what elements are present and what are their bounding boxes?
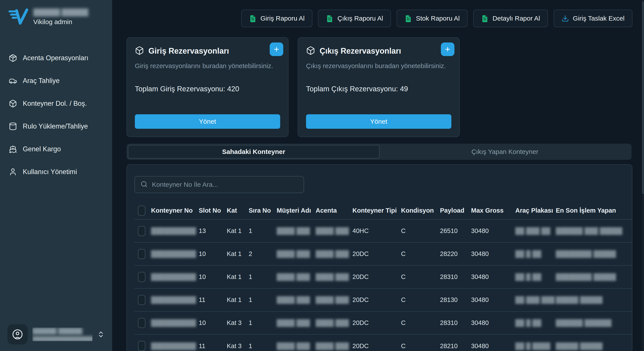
column-header: Max Gross (468, 202, 513, 220)
search-icon (140, 181, 148, 188)
company-name-redacted: ██████ ██████ (33, 8, 88, 16)
column-header: Konteyner Tipi (350, 202, 398, 220)
user-name-redacted: ██████ ██████ (32, 328, 92, 334)
cell-acenta: ████ ███ (316, 319, 349, 326)
cell-acenta: ████ ███ (316, 227, 349, 234)
column-header: Araç Plakası (513, 202, 553, 220)
cell-konteyner-tipi: 20DC (350, 242, 398, 266)
cell-kat: Kat 3 (224, 334, 246, 351)
column-header: Sıra No (246, 202, 274, 220)
cell-sira-no: 1 (246, 266, 274, 288)
row-checkbox[interactable] (138, 272, 145, 282)
cell-kondisyon: C (398, 220, 437, 242)
cikis-yonet-button[interactable]: Yönet (306, 114, 451, 129)
table-row: ██████████ 11 Kat 3 1 ████ ███ ████ ███ … (134, 334, 632, 351)
cell-max-gross: 30480 (468, 242, 513, 266)
sidebar-item-ara-tahliye[interactable]: Araç Tahliye (0, 75, 112, 86)
detayl-rapor-al-button[interactable]: Detaylı Rapor Al (473, 10, 548, 27)
tab-sahadaki-konteyner[interactable]: Sahadaki Konteyner (128, 145, 380, 158)
vikilog-logo-icon (8, 8, 28, 27)
cell-kondisyon: C (398, 288, 437, 311)
column-header: Müşteri Adı (274, 202, 313, 220)
table-row: ██████████ 10 Kat 1 2 ████ ███ ████ ███ … (134, 242, 632, 266)
column-header: Slot No (196, 202, 224, 220)
table-row: ██████████ 11 Kat 1 1 ████ ███ ████ ███ … (134, 288, 632, 311)
row-checkbox[interactable] (138, 226, 145, 236)
cell-slot-no: 13 (196, 220, 224, 242)
cell-payload: 28210 (437, 334, 468, 351)
tab-cikis-yapan-konteyner[interactable]: Çıkış Yapan Konteyner (380, 145, 630, 158)
file-report-icon (404, 15, 412, 22)
car-icon (9, 77, 17, 85)
scrollbar-thumb[interactable] (642, 1, 644, 194)
giri-raporu-al-button[interactable]: Giriş Raporu Al (241, 10, 312, 27)
stok-raporu-al-button[interactable]: Stok Raporu Al (397, 10, 468, 27)
cell-musteri-adi: ████ ███ (277, 273, 310, 280)
cell-konteyner-tipi: 20DC (350, 288, 398, 311)
cell-musteri-adi: ████ ███ (277, 227, 310, 234)
cell-sira-no: 1 (246, 288, 274, 311)
sidebar-item-genel-kargo[interactable]: Genel Kargo (0, 144, 112, 154)
cell-kat: Kat 3 (224, 311, 246, 334)
giris-yonet-button[interactable]: Yönet (135, 114, 280, 129)
cell-en-son-islem-yapan: ████████ █████ (556, 250, 616, 258)
cell-slot-no: 10 (196, 311, 224, 334)
ship-icon (9, 145, 17, 153)
row-checkbox[interactable] (138, 318, 145, 328)
table-row: ██████████ 10 Kat 1 1 ████ ███ ████ ███ … (134, 266, 632, 288)
search-input[interactable] (152, 181, 298, 188)
cell-sira-no: 2 (246, 242, 274, 266)
user-avatar-icon (8, 324, 28, 344)
add-giris-rezervasyon-button[interactable] (270, 42, 283, 56)
sidebar-item-konteyner-dol-bo-[interactable]: Konteyner Dol. / Boş. (0, 98, 112, 109)
report-toolbar: Giriş Raporu Al Çıkış Raporu Al Stok Rap… (126, 10, 632, 27)
cell-payload: 26510 (437, 220, 468, 242)
brand: ██████ ██████ Vikilog admin (0, 8, 112, 27)
box-icon (9, 100, 17, 108)
page-scrollbar[interactable] (642, 0, 644, 351)
file-report-icon (481, 15, 488, 22)
cell-acenta: ████ ███ (316, 296, 349, 304)
row-checkbox[interactable] (138, 295, 145, 305)
giri-taslak-excel-button[interactable]: Giriş Taslak Excel (554, 10, 632, 27)
cell-arac-plakasi: ██ █ ██ (515, 250, 541, 258)
column-header: Konteyner No (148, 202, 196, 220)
row-checkbox[interactable] (138, 341, 145, 351)
table-header-row: Konteyner NoSlot NoKatSıra NoMüşteri Adı… (134, 202, 632, 220)
column-header: Payload (437, 202, 468, 220)
search-box (134, 176, 304, 193)
table-row: ██████████ 13 Kat 1 1 ████ ███ ████ ███ … (134, 220, 632, 242)
cell-sira-no: 1 (246, 334, 274, 351)
sidebar: ██████ ██████ Vikilog admin Acenta Opera… (0, 0, 112, 351)
cell-slot-no: 10 (196, 242, 224, 266)
giris-rezervasyon-card: Giriş Rezervasyonları Giriş rezervasyonl… (126, 37, 288, 137)
sidebar-item-rulo-y-kleme-tahliye[interactable]: Rulo Yükleme/Tahliye (0, 121, 112, 132)
cell-kat: Kat 1 (224, 266, 246, 288)
package-icon (306, 46, 315, 56)
card-description: Giriş rezervasyonlarını buradan yönetebi… (135, 61, 275, 71)
brand-subtitle: Vikilog admin (33, 18, 88, 26)
container-tabs: Sahadaki Konteyner Çıkış Yapan Konteyner (126, 144, 632, 160)
cell-payload: 28310 (437, 266, 468, 288)
cell-slot-no: 10 (196, 266, 224, 288)
sidebar-item-kullan-c-y-netimi[interactable]: Kullanıcı Yönetimi (0, 166, 112, 177)
row-checkbox[interactable] (138, 249, 145, 259)
-k-raporu-al-button[interactable]: Çıkış Raporu Al (318, 10, 391, 27)
sidebar-item-acenta-operasyonlar-[interactable]: Acenta Operasyonları (0, 52, 112, 64)
cell-kondisyon: C (398, 242, 437, 266)
card-title: Giriş Rezervasyonları (148, 46, 229, 56)
column-header: En Son İşlem Yapan (553, 202, 632, 220)
cell-musteri-adi: ████ ███ (277, 342, 310, 350)
cell-arac-plakasi: ██ █ ██ (515, 319, 541, 326)
column-header: Kat (224, 202, 246, 220)
chevrons-up-down-icon[interactable] (97, 330, 105, 339)
cell-arac-plakasi: ██ ███ ███ (515, 296, 555, 304)
sidebar-nav: Acenta Operasyonları Araç Tahliye Kontey… (0, 52, 112, 177)
add-cikis-rezervasyon-button[interactable] (441, 42, 454, 56)
cell-max-gross: 30480 (468, 311, 513, 334)
header-checkbox-cell (134, 202, 148, 220)
package-icon (135, 46, 144, 56)
sidebar-user-menu[interactable]: ██████ ██████ ████████████████████ (6, 322, 106, 346)
cell-kondisyon: C (398, 266, 437, 288)
select-all-checkbox[interactable] (138, 206, 145, 216)
